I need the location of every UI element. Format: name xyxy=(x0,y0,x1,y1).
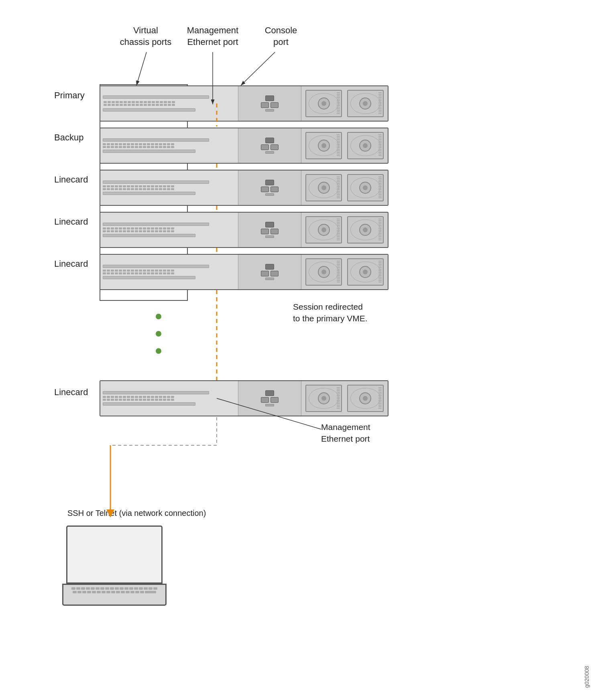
laptop xyxy=(62,526,167,606)
label-linecard-2: Linecard xyxy=(54,217,88,227)
diagram-container: Virtual chassis ports ManagementEthernet… xyxy=(0,0,602,700)
psu-6 xyxy=(347,174,384,202)
chassis-backup xyxy=(100,128,388,164)
psu-1 xyxy=(305,90,342,118)
session-redirected-label: Session redirectedto the primary VME. xyxy=(293,301,368,325)
management-ethernet-port-bottom-label: ManagementEthernet port xyxy=(321,421,370,445)
label-backup: Backup xyxy=(54,132,83,143)
chassis-linecard-1 xyxy=(100,170,388,206)
psu-11 xyxy=(305,385,342,412)
ellipsis-dot-1 xyxy=(156,314,161,319)
psu-10 xyxy=(347,258,384,286)
label-linecard-3: Linecard xyxy=(54,259,88,269)
label-virtual-chassis-ports: Virtual chassis ports xyxy=(120,25,172,48)
chassis-linecard-3 xyxy=(100,254,388,290)
psu-7 xyxy=(305,216,342,244)
psu-5 xyxy=(305,174,342,202)
image-id: g020008 xyxy=(584,666,590,688)
label-primary: Primary xyxy=(54,90,85,101)
psu-9 xyxy=(305,258,342,286)
ssh-telnet-label: SSH or Telnet (via network connection) xyxy=(67,507,206,519)
chassis-linecard-2 xyxy=(100,212,388,248)
label-linecard-1: Linecard xyxy=(54,174,88,185)
ellipsis-dot-2 xyxy=(156,331,161,337)
chassis-primary xyxy=(100,85,388,122)
psu-4 xyxy=(347,132,384,160)
psu-8 xyxy=(347,216,384,244)
chassis-linecard-4 xyxy=(100,380,388,416)
psu-12 xyxy=(347,385,384,412)
ellipsis-dot-3 xyxy=(156,348,161,354)
svg-line-0 xyxy=(136,52,146,85)
psu-2 xyxy=(347,90,384,118)
svg-line-2 xyxy=(241,52,275,85)
label-linecard-4: Linecard xyxy=(54,387,88,398)
label-console-port: Consoleport xyxy=(255,25,307,48)
label-management-ethernet-top: ManagementEthernet port xyxy=(181,25,245,48)
psu-3 xyxy=(305,132,342,160)
